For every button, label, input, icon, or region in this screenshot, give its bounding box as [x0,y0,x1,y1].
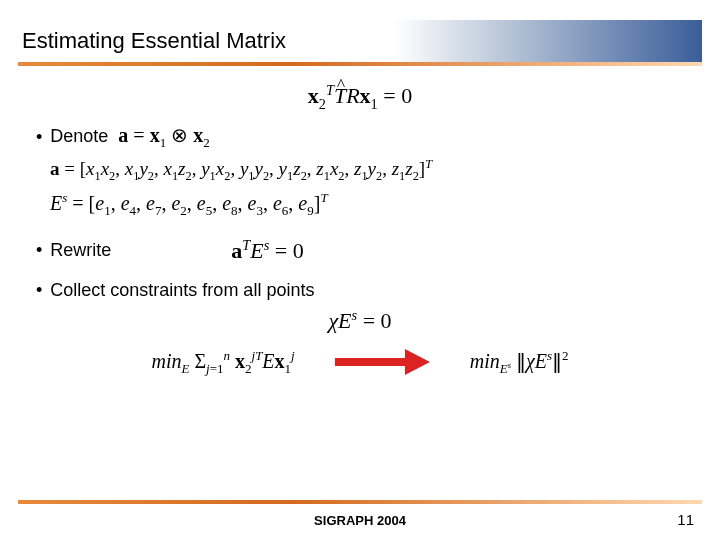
bullet-rewrite-label: Rewrite [50,240,111,261]
equation-denote-inline: a = x1 ⊗ x2 [118,123,209,151]
title-underline [18,62,702,66]
title-bar: Estimating Essential Matrix [18,20,702,62]
page-number: 11 [677,511,694,528]
slide-title: Estimating Essential Matrix [22,28,286,54]
bullet-denote: • Denote a = x1 ⊗ x2 [36,123,690,151]
footer-text: SIGRAPH 2004 [0,513,720,528]
equation-chi: χEs = 0 [30,307,690,334]
arrow-row: minE Σj=1n x2jTEx1j minEs ‖χEs‖2 [30,348,690,377]
equation-min-lhs: minE Σj=1n x2jTEx1j [151,348,294,377]
equation-min-rhs: minEs ‖χEs‖2 [470,348,569,377]
bullet-icon: • [36,241,42,259]
equation-Es-vector: Es = [e1, e4, e7, e2, e5, e8, e3, e6, e9… [30,190,690,219]
slide-content: x2TTRx1 = 0 • Denote a = x1 ⊗ x2 a = [x1… [0,76,720,500]
equation-top: x2TTRx1 = 0 [30,82,690,113]
bullet-icon: • [36,281,42,299]
bullet-rewrite: • Rewrite aTEs = 0 [36,237,690,264]
svg-marker-1 [405,349,430,375]
equation-rewrite: aTEs = 0 [231,237,303,264]
arrow-icon [335,349,430,375]
bullet-collect: • Collect constraints from all points [36,280,690,301]
footer-line [18,500,702,504]
bullet-denote-label: Denote [50,126,108,147]
equation-a-vector: a = [x1x2, x1y2, x1z2, y1x2, y1y2, y1z2,… [30,157,690,184]
svg-rect-0 [335,358,407,366]
bullet-icon: • [36,128,42,146]
bullet-collect-label: Collect constraints from all points [50,280,314,301]
